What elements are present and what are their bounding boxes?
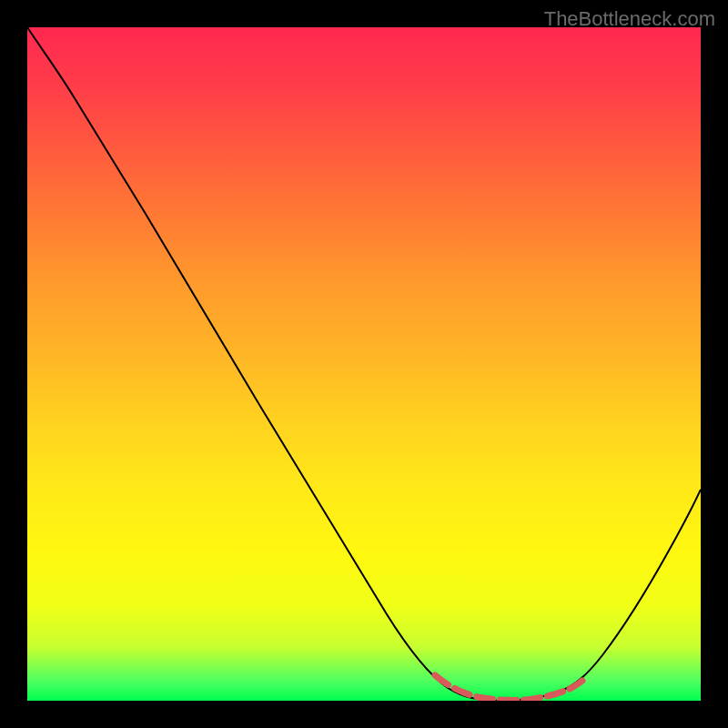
chart-plot-area — [27, 27, 701, 701]
chart-svg — [27, 27, 701, 701]
watermark-text: TheBottleneck.com — [544, 7, 715, 31]
bottleneck-curve-line — [27, 27, 701, 701]
optimal-range-highlight — [435, 675, 582, 700]
